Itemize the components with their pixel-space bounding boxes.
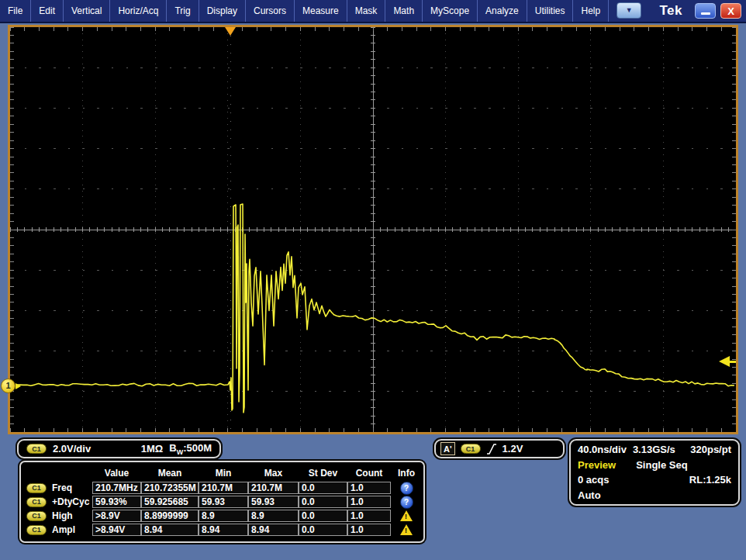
meas-rows: C1Freq210.7MHz210.72355M210.7M210.7M0.01… — [22, 481, 422, 537]
trigger-channel-badge: C1 — [461, 444, 481, 454]
meas-value: >8.94V — [92, 524, 141, 536]
meas-col-mean: Mean — [141, 468, 199, 479]
channel1-badge: C1 — [26, 444, 47, 454]
titlebar-spacer — [641, 0, 659, 22]
measurement-name: +DtyCyc — [52, 496, 89, 507]
meas-count: 1.0 — [347, 524, 391, 536]
meas-max: 8.94 — [248, 524, 299, 536]
meas-stdev: 0.0 — [299, 482, 347, 494]
meas-col-count: Count — [347, 468, 391, 479]
meas-col-max: Max — [248, 468, 299, 479]
meas-min: 8.9 — [199, 510, 248, 522]
meas-stdev: 0.0 — [299, 510, 347, 522]
time-per-div: 40.0ns/div — [578, 444, 627, 455]
resolution: 320ps/pt — [690, 444, 731, 455]
channel-badge[interactable]: C1 — [26, 483, 47, 493]
trigger-level-value: 1.2V — [503, 443, 523, 455]
channel-badge[interactable]: C1 — [26, 511, 47, 521]
menu-analyze[interactable]: Analyze — [478, 0, 527, 22]
warning-icon[interactable]: ! — [400, 524, 413, 535]
menu-mask[interactable]: Mask — [347, 0, 386, 22]
tek-logo: Tek — [659, 3, 682, 19]
menu-items: FileEditVerticalHoriz/AcqTrigDisplayCurs… — [0, 0, 609, 22]
measurement-name: Freq — [52, 482, 72, 493]
measurement-table: ValueMeanMinMaxSt DevCountInfo C1Freq210… — [19, 461, 425, 543]
trigger-position-marker[interactable] — [225, 27, 236, 36]
meas-col-min: Min — [199, 468, 248, 479]
meas-stdev: 0.0 — [299, 524, 347, 536]
meas-value: 59.93% — [92, 496, 141, 508]
oscilloscope-screen: FileEditVerticalHoriz/AcqTrigDisplayCurs… — [0, 0, 746, 560]
meas-stdev: 0.0 — [299, 496, 347, 508]
channel1-reference-marker[interactable]: 1 — [1, 379, 21, 393]
menu-horiz-acq[interactable]: Horiz/Acq — [110, 0, 167, 22]
warning-icon[interactable]: ! — [400, 510, 413, 521]
channel1-scale: 2.0V/div — [53, 443, 91, 455]
graticule — [10, 27, 736, 432]
meas-min: 8.94 — [199, 524, 248, 536]
trigger-source-badge: A' — [440, 442, 455, 455]
menu-help[interactable]: Help — [573, 0, 609, 22]
meas-header: ValueMeanMinMaxSt DevCountInfo — [22, 465, 422, 481]
meas-max: 8.9 — [248, 510, 299, 522]
meas-min: 210.7M — [199, 482, 248, 494]
meas-col-info: Info — [391, 468, 422, 479]
menu-dropdown-button[interactable]: ▼ — [616, 2, 641, 19]
meas-col-value: Value — [92, 468, 141, 479]
meas-count: 1.0 — [347, 510, 391, 522]
info-question-icon[interactable]: ? — [400, 482, 413, 495]
minimize-button[interactable] — [695, 3, 716, 19]
acquisition-mode: Single Seq — [636, 459, 687, 471]
meas-row-ampl: C1Ampl>8.94V8.948.948.940.01.0! — [22, 523, 422, 537]
sample-rate: 3.13GS/s — [633, 444, 675, 455]
meas-mean: 59.925685 — [141, 496, 199, 508]
menu-edit[interactable]: Edit — [31, 0, 64, 22]
menu-measure[interactable]: Measure — [295, 0, 347, 22]
channel-badge[interactable]: C1 — [26, 525, 47, 535]
close-button[interactable]: X — [720, 3, 741, 19]
meas-col-st-dev: St Dev — [299, 468, 347, 479]
rising-edge-icon — [486, 443, 497, 455]
acquisition-count: 0 acqs — [578, 474, 609, 486]
chevron-down-icon: ▼ — [626, 7, 633, 14]
menu-math[interactable]: Math — [385, 0, 423, 22]
meas-count: 1.0 — [347, 496, 391, 508]
menu-myscope[interactable]: MyScope — [423, 0, 478, 22]
meas-max: 59.93 — [248, 496, 299, 508]
horizontal-readout-panel[interactable]: 40.0ns/div 3.13GS/s 320ps/pt Preview Sin… — [569, 439, 740, 506]
close-icon: X — [727, 5, 734, 17]
minimize-icon — [701, 12, 710, 15]
channel1-marker-label: 1 — [1, 379, 16, 393]
menu-bar: FileEditVerticalHoriz/AcqTrigDisplayCurs… — [0, 0, 746, 23]
preview-status: Preview — [578, 459, 616, 471]
meas-row--dtycyc: C1+DtyCyc59.93%59.92568559.9359.930.01.0… — [22, 495, 422, 509]
meas-mean: 8.94 — [141, 524, 199, 536]
meas-count: 1.0 — [347, 482, 391, 494]
meas-min: 59.93 — [199, 496, 248, 508]
menu-file[interactable]: File — [0, 0, 31, 22]
menu-display[interactable]: Display — [199, 0, 246, 22]
meas-mean: 210.72355M — [141, 482, 199, 494]
menu-trig[interactable]: Trig — [167, 0, 199, 22]
waveform-trace — [16, 204, 734, 413]
trigger-mode: Auto — [578, 489, 601, 501]
trigger-readout-panel[interactable]: A' C1 1.2V — [434, 439, 565, 458]
channel1-marker-arrow-icon — [16, 383, 21, 389]
record-length: RL:1.25k — [689, 474, 731, 486]
meas-mean: 8.8999999 — [141, 510, 199, 522]
measurement-name: High — [52, 510, 73, 521]
waveform-display: 1 — [8, 25, 738, 434]
menu-vertical[interactable]: Vertical — [64, 0, 110, 22]
channel1-readout-panel[interactable]: C1 2.0V/div 1MΩ BW:500M — [17, 439, 221, 458]
info-question-icon[interactable]: ? — [400, 496, 413, 509]
meas-value: 210.7MHz — [92, 482, 141, 494]
channel1-impedance: 1MΩ — [141, 443, 163, 455]
measurement-name: Ampl — [52, 524, 75, 535]
meas-max: 210.7M — [248, 482, 299, 494]
channel1-bandwidth: BW:500M — [169, 442, 212, 456]
trigger-level-marker[interactable] — [719, 356, 730, 367]
menu-cursors[interactable]: Cursors — [246, 0, 295, 22]
menu-utilities[interactable]: Utilities — [527, 0, 574, 22]
meas-value: >8.9V — [92, 510, 141, 522]
channel-badge[interactable]: C1 — [26, 497, 47, 507]
